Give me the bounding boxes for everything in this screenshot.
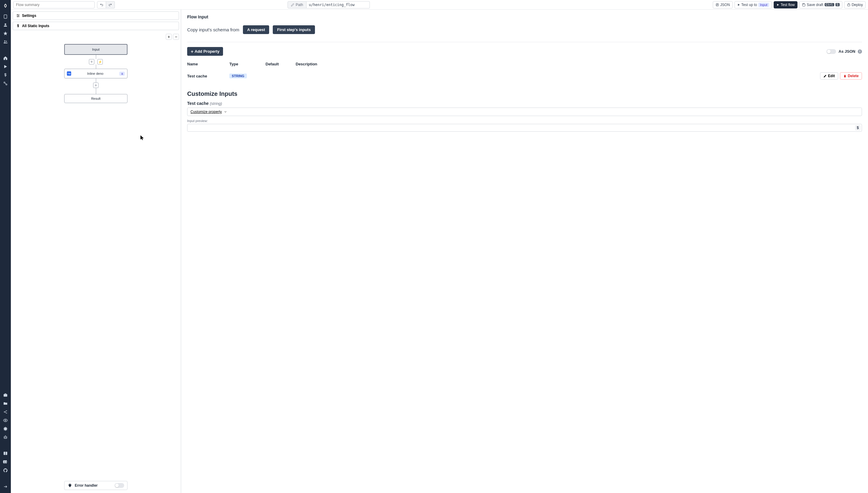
- schema-from-first-step-button[interactable]: First step's inputs: [273, 25, 314, 34]
- svg-point-3: [6, 41, 7, 42]
- folder-icon[interactable]: [3, 401, 8, 406]
- redo-button[interactable]: [106, 1, 115, 8]
- input-preview-label: Input preview:: [187, 119, 862, 123]
- add-step-button[interactable]: [89, 59, 94, 64]
- details-pane: Flow Input Copy input's schema from A re…: [181, 9, 868, 493]
- svg-rect-6: [4, 394, 7, 397]
- as-json-label: As JSON: [839, 49, 855, 53]
- topbar: Path JSON Test up to Input Test flow: [11, 0, 868, 9]
- svg-rect-0: [4, 15, 7, 18]
- flow-canvas-pane: Settings All Static Inputs + − Input: [11, 9, 181, 493]
- cursor-icon: [140, 135, 144, 140]
- input-preview[interactable]: $: [187, 124, 862, 132]
- star-icon[interactable]: [3, 31, 8, 36]
- home-icon[interactable]: [3, 56, 8, 61]
- bot-icon[interactable]: [3, 434, 8, 440]
- logo-icon[interactable]: [2, 2, 9, 9]
- error-handler-toggle[interactable]: Error handler: [64, 481, 128, 490]
- svg-point-10: [5, 420, 6, 421]
- col-type: Type: [230, 62, 265, 66]
- sidebar: [0, 0, 11, 493]
- typescript-icon: TS: [67, 71, 71, 76]
- col-description: Description: [296, 62, 820, 66]
- test-flow-button[interactable]: Test flow: [774, 1, 798, 8]
- book-icon[interactable]: [3, 451, 8, 456]
- undo-button[interactable]: [97, 1, 106, 8]
- col-name: Name: [187, 62, 230, 66]
- step-node[interactable]: TS Inline deno a: [64, 69, 128, 78]
- save-draft-button[interactable]: Save draft Ctrl S: [799, 1, 842, 8]
- add-step-button-2[interactable]: [93, 83, 99, 88]
- briefcase-icon[interactable]: [3, 392, 8, 398]
- input-node[interactable]: Input: [64, 44, 128, 55]
- error-handler-switch[interactable]: [114, 483, 124, 488]
- svg-point-9: [6, 413, 7, 414]
- bookmark-icon[interactable]: [3, 14, 8, 19]
- svg-point-2: [4, 40, 5, 42]
- path-label: Path: [287, 1, 306, 8]
- customize-inputs-heading: Customize Inputs: [187, 90, 862, 97]
- as-json-toggle[interactable]: [826, 49, 836, 54]
- variable-picker-button[interactable]: $: [855, 125, 861, 130]
- user-icon[interactable]: [3, 22, 8, 28]
- deploy-button[interactable]: Deploy: [844, 1, 866, 8]
- schema-copy-label: Copy input's schema from: [187, 27, 239, 32]
- result-node[interactable]: Result: [64, 94, 128, 103]
- svg-point-13: [6, 437, 6, 437]
- step-id-badge: a: [120, 72, 125, 76]
- svg-point-8: [6, 410, 7, 411]
- col-default: Default: [265, 62, 296, 66]
- test-up-to-button[interactable]: Test up to Input: [735, 1, 772, 8]
- svg-point-16: [91, 62, 92, 62]
- edit-property-button[interactable]: Edit: [820, 72, 838, 80]
- expand-icon[interactable]: [3, 484, 8, 489]
- property-type-badge: STRING: [230, 73, 247, 78]
- static-inputs-button[interactable]: All Static Inputs: [13, 22, 179, 30]
- delete-property-button[interactable]: Delete: [840, 72, 862, 80]
- json-button[interactable]: JSON: [713, 1, 733, 8]
- svg-point-17: [95, 85, 96, 86]
- property-name: Test cache: [187, 74, 230, 78]
- property-row: Test cache STRING Edit Delete: [187, 69, 862, 83]
- svg-point-12: [4, 437, 5, 437]
- users-icon[interactable]: [3, 39, 8, 45]
- settings-button[interactable]: Settings: [13, 12, 179, 20]
- schema-from-request-button[interactable]: A request: [243, 25, 269, 34]
- gear-icon[interactable]: [3, 426, 8, 431]
- dollar-icon[interactable]: [3, 72, 8, 78]
- property-label: Test cache (string): [187, 101, 862, 106]
- play-icon[interactable]: [3, 64, 8, 69]
- link-icon[interactable]: [3, 81, 8, 86]
- github-icon[interactable]: [3, 468, 8, 473]
- zoom-in-button[interactable]: +: [166, 34, 172, 40]
- svg-point-7: [4, 412, 5, 412]
- eye-icon[interactable]: [3, 418, 8, 423]
- pane-title: Flow Input: [187, 15, 862, 19]
- flow-summary-input[interactable]: [13, 1, 95, 8]
- path-input[interactable]: [306, 1, 370, 8]
- svg-point-1: [4, 23, 6, 25]
- share-icon[interactable]: [3, 409, 8, 415]
- svg-rect-15: [847, 4, 850, 6]
- add-property-button[interactable]: + Add Property: [187, 47, 223, 56]
- zoom-out-button[interactable]: −: [173, 34, 179, 40]
- discord-icon[interactable]: [3, 459, 8, 465]
- info-icon[interactable]: i: [858, 49, 862, 53]
- customize-property-dropdown[interactable]: Customize property: [187, 108, 862, 116]
- trigger-icon[interactable]: ⚡: [97, 59, 103, 64]
